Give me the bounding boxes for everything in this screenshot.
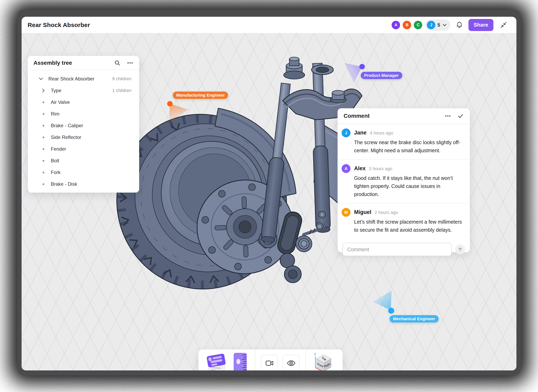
- bottom-toolbar: Z X Top Front Right: [198, 350, 343, 370]
- view-cube[interactable]: Z X Top Front Right: [311, 352, 334, 370]
- tree-item-label: Side Reflector: [51, 135, 131, 140]
- bullet-icon: [42, 172, 44, 173]
- tree-item-rim[interactable]: Rim: [28, 108, 139, 120]
- comment-timestamp: 2 hours ago: [375, 210, 398, 215]
- tree-item-brake-disk[interactable]: Brake - Disk: [28, 178, 139, 190]
- bell-icon[interactable]: [455, 21, 463, 29]
- comment-text: The screw near the brake disc looks slig…: [354, 138, 464, 154]
- tree-item-air-valve[interactable]: Air Valve: [28, 96, 139, 108]
- cursor-dot: [167, 101, 173, 107]
- chevron-down-icon[interactable]: [38, 76, 44, 81]
- page-title: Rear Shock Absorber: [28, 22, 392, 28]
- collapse-window-icon[interactable]: [500, 21, 508, 29]
- assembly-tree-header: Assembly tree: [28, 56, 139, 70]
- tree-item-fender[interactable]: Fender: [28, 143, 139, 155]
- avatar-alex: A: [342, 164, 351, 173]
- presence-count: 5: [437, 22, 440, 28]
- more-options-icon[interactable]: [127, 60, 134, 66]
- avatar-a[interactable]: A: [392, 21, 400, 29]
- comment-text: Let’s shift the screw placement a few mi…: [354, 218, 464, 234]
- record-video-button[interactable]: [261, 355, 278, 370]
- presence-dropdown[interactable]: J 5: [426, 19, 450, 31]
- comment-panel: Comment J Jane 4 hours ago: [337, 108, 470, 252]
- avatar-c[interactable]: C: [414, 21, 422, 29]
- bullet-icon: [42, 125, 44, 127]
- avatar-j: J: [427, 21, 435, 29]
- tree-item-type[interactable]: Type 1 children: [28, 85, 139, 96]
- comment-jane[interactable]: J Jane 4 hours ago The screw near the br…: [337, 124, 470, 160]
- bullet-icon: [42, 160, 44, 162]
- avatar-jane: J: [342, 128, 351, 137]
- comment-miguel[interactable]: M Miguel 2 hours ago Let’s shift the scr…: [337, 203, 470, 239]
- assembly-tree-list: Rear Shock Absorber 9 children Type 1 ch…: [28, 70, 139, 193]
- comment-author: Alex: [354, 165, 366, 172]
- resolve-check-icon[interactable]: [457, 113, 464, 119]
- cursor-label: Product Manager: [361, 72, 402, 79]
- send-comment-button[interactable]: [455, 245, 465, 254]
- app-window: Rear Shock Absorber A B C J 5 Share: [22, 17, 516, 370]
- comment-composer: [337, 239, 470, 261]
- view-cube-z-label: Z: [314, 352, 316, 356]
- chevron-down-icon: [442, 23, 447, 28]
- tree-item-label: Brake - Caliper: [51, 123, 131, 128]
- tree-item-side-reflector[interactable]: Side Reflector: [28, 131, 139, 143]
- comment-text: Good catch. If it stays like that, the n…: [354, 174, 464, 198]
- more-options-icon[interactable]: [444, 113, 451, 119]
- cursor-mechanical-engineer: Mechanical Engineer: [372, 289, 457, 334]
- bullet-icon: [42, 183, 44, 185]
- cursor-label: Mechanical Engineer: [390, 315, 439, 322]
- screenshot-stage: Rear Shock Absorber A B C J 5 Share: [0, 0, 538, 392]
- tree-item-label: Fender: [51, 146, 131, 152]
- tree-item-children-count: 9 children: [112, 76, 131, 81]
- bullet-icon: [42, 113, 44, 115]
- comment-alex[interactable]: A Alex 3 hours ago Good catch. If it sta…: [337, 160, 470, 203]
- chevron-right-icon[interactable]: [41, 88, 46, 93]
- assembly-tree-panel: Assembly tree Rear Shock Absorber 9 chil…: [28, 56, 139, 193]
- search-icon[interactable]: [114, 60, 121, 66]
- comment-panel-header: Comment: [337, 108, 470, 124]
- comment-panel-title: Comment: [344, 113, 438, 119]
- tree-item-label: Bolt: [51, 158, 131, 163]
- tree-item-label: Type: [51, 88, 112, 93]
- tree-item-label: Rear Shock Absorber: [48, 76, 112, 82]
- tree-item-brake-caliper[interactable]: Brake - Caliper: [28, 120, 139, 131]
- bullet-icon: [42, 101, 44, 103]
- top-bar: Rear Shock Absorber A B C J 5 Share: [22, 17, 516, 33]
- share-button[interactable]: Share: [468, 19, 493, 31]
- visibility-eye-button[interactable]: [283, 355, 300, 370]
- cursor-dot: [359, 64, 365, 69]
- avatar-b[interactable]: B: [403, 21, 411, 29]
- cursor-product-manager: Product Manager: [336, 57, 421, 110]
- bullet-icon: [42, 148, 44, 150]
- tree-item-rear-shock-absorber[interactable]: Rear Shock Absorber 9 children: [28, 73, 139, 85]
- tree-item-label: Rim: [51, 111, 131, 117]
- tree-item-fork[interactable]: Fork: [28, 167, 139, 178]
- tree-item-label: Fork: [51, 170, 131, 175]
- comment-author: Jane: [354, 130, 367, 136]
- assembly-tree-title: Assembly tree: [33, 60, 108, 66]
- ruler-measure-tool-icon[interactable]: [232, 352, 249, 370]
- avatar-miguel: M: [342, 208, 351, 217]
- comment-timestamp: 3 hours ago: [369, 166, 392, 171]
- notes-cards-tool-icon[interactable]: [205, 352, 227, 370]
- cursor-manufacturing-engineer: Manufacturing Engineer: [167, 92, 252, 160]
- 3d-viewport[interactable]: Assembly tree Rear Shock Absorber 9 chil…: [22, 33, 516, 370]
- comment-author: Miguel: [354, 209, 371, 215]
- comment-timestamp: 4 hours ago: [370, 131, 393, 136]
- tree-item-bolt[interactable]: Bolt: [28, 155, 139, 167]
- bullet-icon: [42, 136, 44, 138]
- cursor-dot: [388, 308, 394, 314]
- tree-item-label: Air Valve: [51, 99, 131, 105]
- cursor-label: Manufacturing Engineer: [173, 92, 228, 99]
- tree-item-label: Brake - Disk: [51, 181, 131, 187]
- tree-item-children-count: 1 children: [112, 88, 131, 93]
- comment-input[interactable]: [342, 243, 452, 256]
